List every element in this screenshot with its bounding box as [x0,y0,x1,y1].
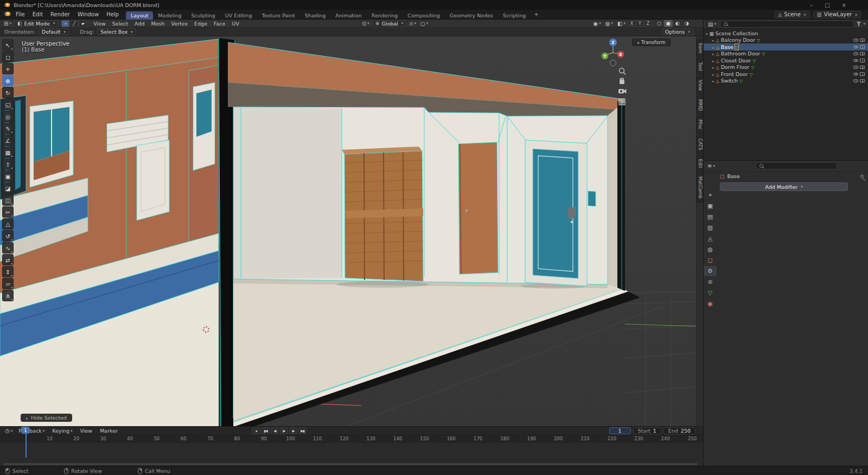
mirror-y-button[interactable]: Y [636,20,643,27]
expand-icon[interactable] [712,64,714,70]
mirror-z-button[interactable]: Z [644,20,652,27]
expand-icon[interactable] [712,37,714,43]
drag-value-dropdown[interactable]: Select Box [97,28,136,35]
viewlayer-selector[interactable]: ▥ ViewLayer × [813,11,861,18]
snap-magnet-icon[interactable]: ∩ [407,21,418,27]
timeline-editor-icon[interactable]: ◷ [3,428,14,434]
pan-hand-icon[interactable] [620,78,624,84]
tool-button[interactable]: ⇄ [2,254,14,265]
transport-button[interactable]: ● [252,427,260,434]
properties-tab[interactable]: ⊚ [704,277,717,287]
npanel-tab[interactable]: MMD [697,96,703,115]
properties-tab[interactable]: ▽ [704,288,717,298]
tool-button[interactable]: ◪ [2,182,14,194]
gizmo-toggle-icon[interactable]: ◉ [592,21,603,27]
overlays-toggle-icon[interactable]: ◍ [604,21,615,27]
viewport-menu[interactable]: UV [228,21,242,27]
workspace-tab[interactable]: Layout [126,11,153,20]
light-switch[interactable] [588,191,596,206]
gizmo-z-label[interactable]: Z [611,40,615,45]
rendered-shading-icon[interactable]: ◑ [682,20,691,27]
hide-viewport-icon[interactable] [853,66,858,69]
tool-button[interactable]: ⊕ [2,75,14,86]
disable-viewport-icon[interactable] [860,39,865,42]
expand-icon[interactable] [706,30,708,36]
transport-button[interactable]: ▮◀ [261,427,270,434]
properties-search[interactable] [756,162,837,169]
disable-viewport-icon[interactable] [860,52,865,56]
npanel-tab[interactable]: View [697,76,703,94]
npanel-tab[interactable]: MatComb [697,173,703,202]
outliner-search-input[interactable] [730,21,851,27]
closet-doors[interactable] [342,147,423,281]
topbar-menu[interactable]: Render [47,11,74,18]
hide-viewport-icon[interactable] [853,79,858,83]
workspace-tab[interactable]: Animation [330,11,366,20]
tool-button[interactable]: ▣ [2,170,14,182]
tool-button[interactable]: ∠ [2,135,14,146]
edge-select-icon[interactable]: ╱ [70,20,78,27]
tool-button[interactable]: ◱ [2,99,14,110]
scene-selector[interactable]: ◬ Scene × [775,11,810,18]
disable-viewport-icon[interactable] [860,59,865,62]
npanel-tab[interactable]: Misc [697,116,703,134]
workspace-tab[interactable]: Compositing [403,11,445,20]
tool-button[interactable]: ◎ [2,111,14,122]
close-button[interactable]: × [842,2,846,8]
hide-viewport-icon[interactable] [853,46,858,49]
tool-button[interactable]: ∿ [2,242,14,254]
gizmo-x-label[interactable]: X [619,52,622,57]
bathroom-door[interactable] [458,142,498,274]
hide-viewport-icon[interactable] [853,73,858,76]
workspace-tab[interactable]: Geometry Nodes [445,11,498,20]
viewport-menu[interactable]: Mesh [148,21,168,27]
workspace-tab[interactable]: UV Editing [220,11,257,20]
tool-button[interactable]: ↺ [2,230,14,242]
outliner-object-row[interactable]: Balcony Door [704,37,868,44]
viewport-menu[interactable]: Edge [191,21,210,27]
gizmo-y-label[interactable]: Y [603,54,607,59]
disable-viewport-icon[interactable] [860,45,865,49]
playhead[interactable] [25,434,27,458]
left-building[interactable] [0,39,219,426]
tool-button[interactable]: ◫ [2,194,14,206]
view-menu[interactable]: View [77,428,96,434]
vertex-select-icon[interactable]: ∙ [61,20,69,27]
add-modifier-button[interactable]: Add Modifier [720,182,848,191]
solid-shading-icon[interactable]: ● [664,20,673,27]
pivot-point-icon[interactable]: ⊙ [360,21,371,27]
transport-button[interactable]: ▶ [289,427,297,434]
material-shading-icon[interactable]: ◐ [673,20,682,27]
tool-button[interactable]: ▱ [2,278,14,289]
tool-button[interactable]: ◻ [2,51,14,62]
hide-viewport-icon[interactable] [853,59,858,62]
xray-toggle-icon[interactable]: ◧ [616,21,627,27]
transform-panel-toggle[interactable]: Transform [632,39,671,46]
workspace-tab[interactable]: Rendering [367,11,403,20]
npanel-tab[interactable]: Tool [697,58,703,75]
frame-end-field[interactable]: End250 [663,427,695,434]
hide-viewport-icon[interactable] [853,52,858,55]
pin-icon[interactable] [860,175,864,178]
properties-tab[interactable]: ⌖ [704,190,717,200]
tool-button[interactable]: ✂ [2,206,14,218]
viewport-menu[interactable]: Vertex [168,21,192,27]
properties-tab[interactable]: ◻ [704,255,717,265]
blender-menu-icon[interactable] [3,11,11,18]
operator-panel[interactable]: Hide Selected [21,414,72,422]
properties-tab[interactable]: ◉ [704,299,717,309]
properties-tab[interactable]: ◍ [704,244,717,255]
disable-viewport-icon[interactable] [860,79,865,83]
front-door[interactable] [525,140,587,286]
mirror-x-button[interactable]: X [628,20,635,27]
outliner-object-row[interactable]: Front Door [704,71,868,78]
orientation-dropdown[interactable]: Global [372,20,406,27]
npanel-tab[interactable]: CATS [697,135,703,154]
properties-editor-icon[interactable]: ≡ [706,163,717,169]
outliner-editor-icon[interactable]: ▤ [706,21,718,27]
playhead-frame-badge[interactable]: 1 [21,427,29,434]
filter-caret-icon[interactable]: ▾ [863,22,865,26]
outliner-object-row[interactable]: Switch [704,78,868,85]
viewlayer-unlink-icon[interactable]: × [854,12,858,17]
wireframe-shading-icon[interactable]: ○ [655,20,663,27]
